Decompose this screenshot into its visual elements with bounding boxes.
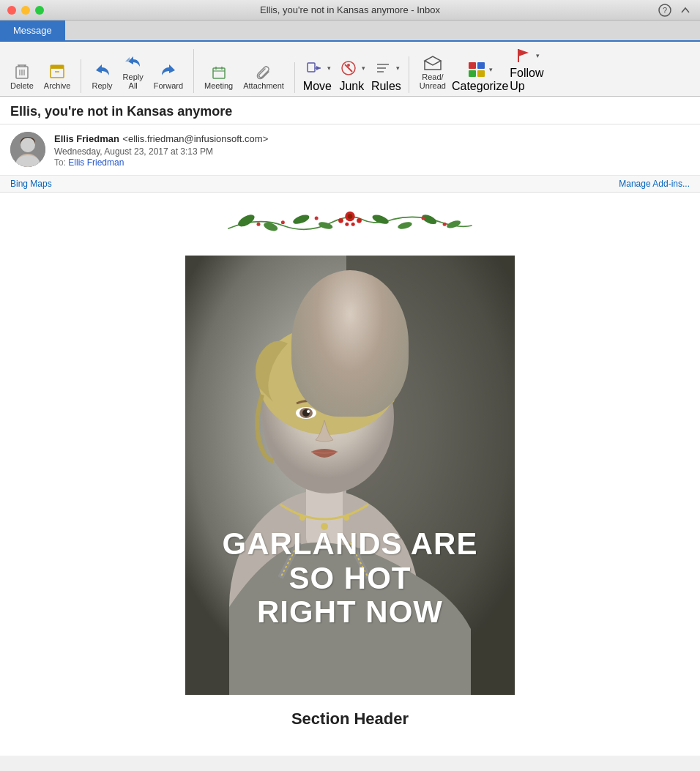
reply-label: Reply [92, 81, 112, 90]
image-text-line2: SO HOT [200, 562, 500, 595]
image-text-line3: RIGHT NOW [200, 595, 500, 629]
help-icon[interactable]: ? [658, 3, 672, 18]
titlebar: Ellis, you're not in Kansas anymore - In… [0, 0, 700, 21]
svg-rect-10 [51, 65, 64, 68]
svg-point-58 [336, 405, 357, 417]
window-controls [7, 6, 44, 15]
categorize-dropdown[interactable]: ▾ [486, 59, 496, 80]
image-text-overlay: GARLANDS ARE SO HOT RIGHT NOW [185, 520, 515, 636]
garland-decoration [196, 207, 504, 244]
svg-point-34 [348, 214, 353, 219]
svg-point-57 [307, 410, 310, 413]
follow-up-dropdown[interactable]: ▾ [533, 45, 543, 67]
titlebar-actions: ? [658, 3, 693, 18]
close-button[interactable] [7, 6, 16, 15]
reply-all-icon [124, 52, 143, 71]
attachment-icon [256, 65, 271, 80]
tab-message[interactable]: Message [0, 21, 65, 40]
rules-label: Rules [371, 80, 401, 93]
follow-up-split: ▾ [511, 45, 543, 67]
send-to: To: Ellis Friedman [54, 157, 690, 168]
avatar-image [10, 132, 45, 167]
attachment-label: Attachment [243, 81, 284, 90]
forward-button[interactable]: Forward [149, 58, 187, 93]
email-subject: Ellis, you're not in Kansas anymore [0, 97, 700, 124]
reply-all-label: ReplyAll [123, 72, 144, 90]
ribbon: Delete Archive Reply [0, 42, 700, 97]
svg-point-59 [340, 406, 353, 416]
archive-label: Archive [44, 81, 71, 90]
reply-all-button[interactable]: ReplyAll [119, 49, 148, 93]
move-dropdown[interactable]: ▾ [324, 56, 334, 80]
junk-dropdown[interactable]: ▾ [359, 56, 368, 80]
junk-label: Junk [339, 80, 364, 93]
read-unread-icon [423, 55, 442, 71]
move-group: ▾ Move ▾ Junk [301, 56, 409, 93]
move-label: Move [303, 80, 332, 93]
email-body: GARLANDS ARE SO HOT RIGHT NOW Section He… [0, 193, 700, 743]
svg-rect-9 [51, 68, 64, 78]
send-date: Wednesday, August 23, 2017 at 3:13 PM [54, 146, 690, 157]
minimize-button[interactable] [21, 6, 30, 15]
section-header: Section Header [291, 709, 409, 729]
new-group: Meeting Attachment [200, 62, 295, 93]
email-area: Ellis, you're not in Kansas anymore [0, 97, 700, 756]
categorize-button[interactable] [464, 59, 486, 80]
delete-group: Delete Archive [6, 59, 81, 93]
svg-point-42 [446, 219, 462, 230]
to-name[interactable]: Ellis Friedman [68, 157, 124, 168]
svg-point-44 [281, 220, 285, 224]
addins-bar: Bing Maps Manage Add-ins... [0, 176, 700, 193]
bing-maps-link[interactable]: Bing Maps [10, 179, 52, 189]
svg-point-38 [351, 223, 355, 226]
delete-icon [13, 62, 31, 80]
svg-point-20 [347, 64, 350, 67]
follow-up-button[interactable] [511, 45, 533, 67]
junk-button[interactable] [335, 56, 359, 80]
meeting-label: Meeting [204, 81, 233, 90]
attachment-button[interactable]: Attachment [239, 62, 288, 93]
svg-point-35 [338, 218, 343, 223]
svg-point-46 [422, 217, 425, 220]
move-button[interactable] [301, 56, 324, 80]
rules-dropdown[interactable]: ▾ [393, 56, 403, 80]
svg-point-24 [10, 132, 45, 167]
forward-label: Forward [154, 81, 183, 90]
svg-point-31 [292, 213, 310, 226]
follow-up-label: FollowUp [510, 67, 543, 93]
meeting-button[interactable]: Meeting [200, 62, 237, 93]
maximize-button[interactable] [35, 6, 44, 15]
svg-point-29 [237, 212, 256, 229]
read-unread-button[interactable]: Read/Unread [415, 52, 450, 93]
delete-button[interactable]: Delete [6, 59, 38, 93]
svg-point-26 [21, 137, 35, 147]
svg-point-45 [315, 217, 319, 220]
manage-addins-link[interactable]: Manage Add-ins... [619, 179, 690, 189]
svg-point-43 [257, 223, 261, 226]
collapse-icon[interactable] [678, 3, 693, 18]
rules-button[interactable] [370, 56, 393, 80]
svg-point-47 [443, 223, 447, 226]
svg-point-40 [397, 220, 412, 230]
sender-email: <ellis.friedman@infusionsoft.com> [122, 133, 268, 144]
respond-group: Reply ReplyAll Forward [87, 49, 194, 93]
reply-button[interactable]: Reply [87, 58, 116, 93]
email-header: Ellis Friedman <ellis.friedman@infusions… [0, 124, 700, 176]
reply-icon [93, 61, 112, 80]
read-unread-label: Read/Unread [420, 72, 446, 90]
email-main-image: GARLANDS ARE SO HOT RIGHT NOW [185, 256, 515, 695]
svg-point-39 [371, 213, 390, 226]
archive-icon [48, 62, 66, 80]
move-split: ▾ [301, 56, 334, 80]
delete-label: Delete [10, 81, 34, 90]
svg-point-36 [357, 218, 362, 223]
sender-info: Ellis Friedman <ellis.friedman@infusions… [54, 132, 690, 168]
forward-icon [159, 61, 178, 80]
categorize-split: ▾ [464, 59, 496, 80]
window-title: Ellis, you're not in Kansas anymore - In… [260, 4, 440, 15]
sender-name: Ellis Friedman [54, 133, 119, 144]
svg-rect-16 [308, 63, 315, 72]
to-label: To: [54, 157, 66, 168]
svg-point-25 [21, 138, 34, 152]
archive-button[interactable]: Archive [40, 59, 75, 93]
